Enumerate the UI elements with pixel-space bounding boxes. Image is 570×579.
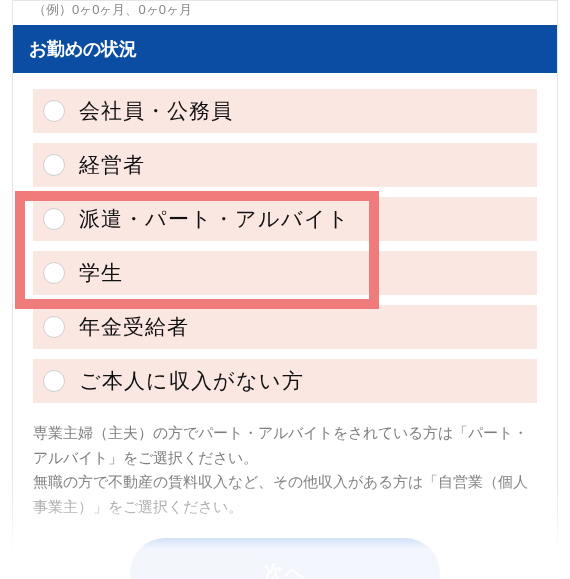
radio-icon <box>43 370 65 392</box>
help-line-1: 専業主婦（主夫）の方でパート・アルバイトをされている方は「パート・アルバイト」を… <box>33 421 537 470</box>
radio-icon <box>43 316 65 338</box>
option-label: 会社員・公務員 <box>79 97 233 125</box>
option-label: 経営者 <box>79 151 145 179</box>
radio-icon <box>43 100 65 122</box>
help-text: 専業主婦（主夫）の方でパート・アルバイトをされている方は「パート・アルバイト」を… <box>13 417 557 520</box>
help-line-2: 無職の方で不動産の賃料収入など、その他収入がある方は「自営業（個人事業主）」をご… <box>33 470 537 519</box>
section-title: お勤めの状況 <box>13 25 557 73</box>
employment-options: 会社員・公務員 経営者 派遣・パート・アルバイト 学生 年金受給者 ご本人に収入… <box>13 73 557 417</box>
option-label: 年金受給者 <box>79 313 189 341</box>
option-no-income[interactable]: ご本人に収入がない方 <box>33 359 537 403</box>
option-label: ご本人に収入がない方 <box>79 367 304 395</box>
option-part-time[interactable]: 派遣・パート・アルバイト <box>33 197 537 241</box>
next-button[interactable]: 次へ <box>130 538 440 579</box>
radio-icon <box>43 262 65 284</box>
option-executive[interactable]: 経営者 <box>33 143 537 187</box>
option-student[interactable]: 学生 <box>33 251 537 295</box>
radio-icon <box>43 154 65 176</box>
previous-field-hint: （例）0ヶ0ヶ月、0ヶ0ヶ月 <box>13 1 557 25</box>
option-company-employee[interactable]: 会社員・公務員 <box>33 89 537 133</box>
option-pensioner[interactable]: 年金受給者 <box>33 305 537 349</box>
radio-icon <box>43 208 65 230</box>
option-label: 派遣・パート・アルバイト <box>79 205 350 233</box>
option-label: 学生 <box>79 259 123 287</box>
button-row: 次へ <box>13 520 557 579</box>
form-card: （例）0ヶ0ヶ月、0ヶ0ヶ月 お勤めの状況 会社員・公務員 経営者 派遣・パート… <box>12 0 558 579</box>
